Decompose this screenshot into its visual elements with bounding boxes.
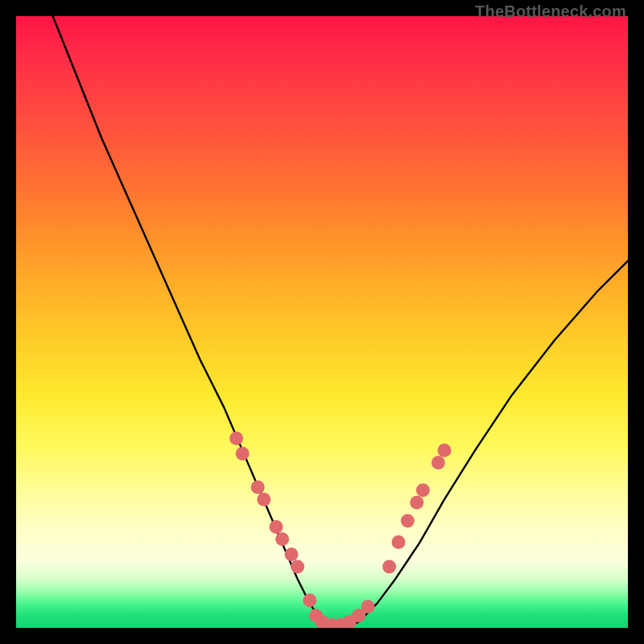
- data-point: [352, 609, 365, 622]
- bottleneck-curve: [53, 16, 628, 628]
- data-point: [343, 615, 357, 628]
- data-point: [401, 514, 415, 528]
- bottleneck-curve-svg: [16, 16, 628, 628]
- data-point: [324, 618, 338, 628]
- data-point: [285, 547, 299, 561]
- data-point: [416, 484, 430, 497]
- data-point: [309, 609, 323, 622]
- data-point: [291, 560, 304, 574]
- watermark-label: TheBottleneck.com: [475, 2, 626, 21]
- data-point: [275, 532, 289, 546]
- data-point: [251, 481, 265, 494]
- data-point: [361, 600, 375, 613]
- data-point: [270, 520, 283, 534]
- data-point: [382, 560, 396, 574]
- data-point: [438, 444, 452, 457]
- data-point: [303, 593, 316, 607]
- data-point: [236, 447, 250, 460]
- data-points: [229, 431, 451, 628]
- data-point: [431, 456, 445, 469]
- data-point: [229, 431, 243, 445]
- plot-area: [16, 16, 628, 628]
- data-point: [333, 618, 347, 628]
- data-point: [316, 615, 329, 628]
- data-point: [257, 493, 270, 506]
- data-point: [392, 535, 406, 549]
- chart-frame: TheBottleneck.com: [0, 0, 644, 644]
- data-point: [410, 496, 423, 510]
